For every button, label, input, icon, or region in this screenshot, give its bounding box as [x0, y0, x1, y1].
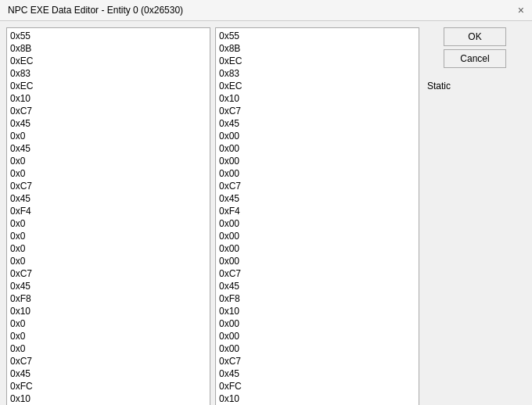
list-item[interactable]: 0x00: [216, 242, 419, 255]
list-item[interactable]: 0x00: [216, 255, 419, 267]
list-item[interactable]: 0x45: [216, 367, 419, 380]
list-item[interactable]: 0x00: [216, 155, 419, 167]
right-list-panel: 0x550x8B0xEC0x830xEC0x100xC70x450x000x00…: [215, 27, 419, 405]
left-list-panel: 0x550x8B0xEC0x830xEC0x100xC70x450x00x450…: [6, 27, 210, 405]
list-item[interactable]: 0xFC: [7, 380, 210, 392]
list-item[interactable]: 0x10: [216, 92, 419, 105]
list-item[interactable]: 0xEC: [216, 80, 419, 92]
ok-button[interactable]: OK: [444, 27, 506, 46]
list-item[interactable]: 0x45: [216, 192, 419, 205]
list-item[interactable]: 0xF4: [216, 205, 419, 217]
list-item[interactable]: 0xEC: [7, 80, 210, 92]
cancel-button[interactable]: Cancel: [444, 49, 506, 68]
list-item[interactable]: 0x0: [7, 242, 210, 255]
list-item[interactable]: 0x8B: [216, 42, 419, 55]
list-item[interactable]: 0x45: [7, 280, 210, 292]
left-list-scroll[interactable]: 0x550x8B0xEC0x830xEC0x100xC70x450x00x450…: [7, 28, 210, 405]
list-item[interactable]: 0x00: [216, 217, 419, 230]
list-item[interactable]: 0xC7: [7, 355, 210, 367]
list-item[interactable]: 0x0: [7, 317, 210, 330]
list-item[interactable]: 0x45: [216, 280, 419, 292]
list-item[interactable]: 0xC7: [7, 105, 210, 117]
list-item[interactable]: 0x8B: [7, 42, 210, 55]
list-item[interactable]: 0x83: [7, 67, 210, 80]
list-item[interactable]: 0xC7: [216, 267, 419, 280]
list-item[interactable]: 0x83: [216, 67, 419, 80]
list-item[interactable]: 0x00: [216, 330, 419, 342]
list-item[interactable]: 0x10: [7, 305, 210, 317]
title-bar-title: NPC EXE Data Editor - Entity 0 (0x26530): [8, 5, 183, 16]
list-item[interactable]: 0xF8: [7, 292, 210, 305]
list-item[interactable]: 0x55: [7, 30, 210, 42]
list-item[interactable]: 0x10: [216, 305, 419, 317]
list-item[interactable]: 0x0: [7, 342, 210, 355]
list-item[interactable]: 0x45: [7, 367, 210, 380]
list-item[interactable]: 0x00: [216, 142, 419, 155]
list-item[interactable]: 0xC7: [216, 180, 419, 192]
list-item[interactable]: 0x0: [7, 255, 210, 267]
list-item[interactable]: 0xEC: [7, 55, 210, 67]
list-item[interactable]: 0x0: [7, 167, 210, 180]
right-list-scroll[interactable]: 0x550x8B0xEC0x830xEC0x100xC70x450x000x00…: [216, 28, 419, 405]
list-item[interactable]: 0x45: [216, 117, 419, 130]
list-item[interactable]: 0x55: [216, 30, 419, 42]
title-bar: NPC EXE Data Editor - Entity 0 (0x26530)…: [0, 0, 532, 21]
list-item[interactable]: 0x0: [7, 330, 210, 342]
list-item[interactable]: 0x00: [216, 317, 419, 330]
list-item[interactable]: 0x0: [7, 130, 210, 142]
list-item[interactable]: 0x00: [216, 167, 419, 180]
list-item[interactable]: 0xC7: [7, 180, 210, 192]
list-item[interactable]: 0x0: [7, 155, 210, 167]
list-item[interactable]: 0x10: [216, 392, 419, 405]
static-label: Static: [424, 81, 526, 91]
list-item[interactable]: 0x45: [7, 117, 210, 130]
close-button[interactable]: ×: [518, 5, 524, 16]
right-panel: OK Cancel Static: [424, 27, 526, 405]
list-item[interactable]: 0x45: [7, 142, 210, 155]
list-item[interactable]: 0x00: [216, 230, 419, 242]
list-item[interactable]: 0x00: [216, 342, 419, 355]
list-item[interactable]: 0xF4: [7, 205, 210, 217]
list-item[interactable]: 0x0: [7, 230, 210, 242]
list-item[interactable]: 0xEC: [216, 55, 419, 67]
list-item[interactable]: 0x0: [7, 217, 210, 230]
list-item[interactable]: 0x10: [7, 392, 210, 405]
buttons-top: OK Cancel: [424, 27, 526, 68]
list-item[interactable]: 0xFC: [216, 380, 419, 392]
list-item[interactable]: 0xC7: [7, 267, 210, 280]
list-item[interactable]: 0x10: [7, 92, 210, 105]
dialog-body: 0x550x8B0xEC0x830xEC0x100xC70x450x00x450…: [0, 21, 532, 405]
list-item[interactable]: 0xF8: [216, 292, 419, 305]
list-item[interactable]: 0xC7: [216, 355, 419, 367]
list-item[interactable]: 0xC7: [216, 105, 419, 117]
list-item[interactable]: 0x45: [7, 192, 210, 205]
list-item[interactable]: 0x00: [216, 130, 419, 142]
